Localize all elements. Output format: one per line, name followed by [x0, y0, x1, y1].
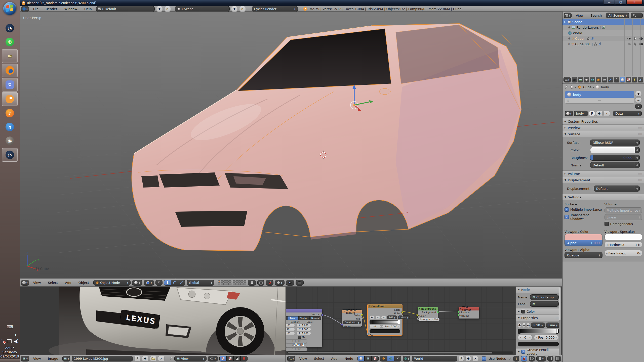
- mapping-rot-z[interactable]: Z: 0°: [286, 332, 295, 335]
- sidebar-ramp-interp[interactable]: Line: [546, 323, 560, 328]
- delete-scene-button[interactable]: ✕: [239, 6, 246, 12]
- panel-settings[interactable]: Settings: [562, 194, 644, 200]
- action-center-icon[interactable]: ⚐: [1, 339, 5, 344]
- material-add-button[interactable]: ✚: [596, 111, 602, 116]
- outliner-menu-view[interactable]: View: [573, 14, 586, 17]
- outliner-item-world[interactable]: World: [562, 30, 644, 36]
- scale-manipulator-button[interactable]: [178, 280, 185, 286]
- viewport-shading-selector[interactable]: [132, 280, 142, 286]
- tab-object-data[interactable]: [614, 77, 619, 82]
- snap-element-selector[interactable]: [275, 280, 285, 286]
- material-unlink-button[interactable]: ✕: [603, 111, 610, 116]
- node-menu-view[interactable]: View: [297, 357, 310, 360]
- render-engine-selector[interactable]: Cycles Render: [252, 6, 298, 12]
- hardness-field[interactable]: ◂Hardness:14▸: [605, 242, 642, 248]
- camera-icon[interactable]: [639, 42, 643, 46]
- ramp-stop-right[interactable]: [398, 320, 400, 324]
- menu-render[interactable]: Render: [43, 7, 60, 11]
- img-menu-view[interactable]: View: [30, 357, 44, 360]
- color-socket-dot[interactable]: [635, 147, 640, 153]
- homogeneous-checkbox[interactable]: [605, 222, 609, 226]
- mapping-normal-button[interactable]: Normal: [310, 316, 321, 320]
- opengl-render-button[interactable]: [286, 280, 294, 286]
- tray-clock[interactable]: 22:25 Saturday 09/02/2019: [0, 346, 20, 358]
- node-name-field[interactable]: ColorRamp: [530, 294, 559, 300]
- surface-shader-selector[interactable]: Diffuse BSDF: [590, 140, 640, 146]
- use-nodes-checkbox[interactable]: [482, 356, 486, 361]
- keyboard-layout-icon[interactable]: ⌨: [7, 324, 13, 329]
- pass-index-field[interactable]: ◂Pass Index:0▸: [605, 250, 642, 256]
- taskbar-steam-icon[interactable]: ◔: [2, 22, 17, 35]
- taskbar-blender-icon[interactable]: [2, 92, 18, 106]
- shader-world-button[interactable]: [387, 356, 394, 361]
- background-output-socket[interactable]: [437, 311, 439, 313]
- shader-linestyle-button[interactable]: [394, 356, 401, 361]
- world-add-button[interactable]: ✚: [465, 356, 471, 361]
- material-slot-grip[interactable]: [565, 98, 634, 103]
- node-gradient-texture[interactable]: Gradient Texture Color Fac Quadratic Vec…: [342, 309, 362, 327]
- eye-icon[interactable]: [627, 42, 631, 46]
- material-slot-list[interactable]: body: [565, 91, 634, 104]
- sidebar-ramp-add[interactable]: ✚: [518, 323, 521, 328]
- taskbar-music-icon[interactable]: ♪: [2, 107, 17, 120]
- network-icon[interactable]: [7, 339, 12, 343]
- title-bar[interactable]: Blender [F:\_random blender shit\is200.b…: [20, 0, 644, 6]
- maximize-button[interactable]: ▢: [615, 0, 626, 5]
- cursor-icon[interactable]: [634, 42, 637, 46]
- image-pivot-selector[interactable]: [208, 356, 218, 361]
- channel-alpha-button[interactable]: [226, 356, 233, 361]
- proportional-edit-button[interactable]: [257, 280, 264, 286]
- ramp-gradient-bar[interactable]: [370, 320, 400, 324]
- ramp-color-swatch[interactable]: [370, 329, 400, 333]
- screen-layout-selector[interactable]: Default: [96, 6, 155, 12]
- node-pin-icon[interactable]: [508, 357, 512, 360]
- channel-color-alpha-button[interactable]: [219, 356, 226, 361]
- tab-material[interactable]: [620, 77, 625, 82]
- sidebar-ramp-flip[interactable]: ↔: [527, 323, 530, 328]
- cursor-icon[interactable]: [634, 37, 637, 40]
- output-volume-input-socket[interactable]: [457, 314, 460, 316]
- material-fake-user-button[interactable]: F: [589, 111, 595, 116]
- manipulator-toggle[interactable]: ⇱: [155, 280, 163, 286]
- sidebar-gradient-bar[interactable]: [518, 329, 559, 333]
- panel-preview[interactable]: Preview: [562, 125, 644, 131]
- viewport-alpha-selector[interactable]: Opaque: [565, 252, 602, 258]
- outliner-item-renderlayers[interactable]: ⊕ RenderLayers|: [562, 25, 644, 30]
- taskbar-whatsapp-icon[interactable]: ✆: [2, 35, 17, 49]
- material-browse-icon[interactable]: [565, 111, 573, 116]
- breadcrumb-object[interactable]: Cube: [583, 85, 592, 89]
- editor-type-properties-icon[interactable]: [564, 77, 571, 82]
- tab-constraints[interactable]: [602, 77, 607, 82]
- material-link-selector[interactable]: Data: [613, 111, 642, 116]
- editor-type-image-icon[interactable]: [21, 356, 29, 361]
- vp-menu-select[interactable]: Select: [45, 281, 61, 285]
- sidebar-ramp-mode[interactable]: RGB: [531, 323, 545, 328]
- ramp-interp-mode[interactable]: Linear: [398, 315, 410, 319]
- scene-selector[interactable]: Scene: [175, 6, 230, 12]
- node-mapping[interactable]: Vector Texture Point Vector Normal Rotat…: [286, 309, 323, 347]
- shader-tree-type-buttons[interactable]: [357, 356, 379, 361]
- display-channel-buttons[interactable]: [219, 356, 248, 361]
- surface-color-field[interactable]: [590, 147, 640, 153]
- gradient-vector-input-socket[interactable]: [341, 324, 343, 326]
- sidebar-ramp-index[interactable]: ◂0▸: [518, 335, 533, 340]
- editor-type-3dview-icon[interactable]: [21, 280, 29, 286]
- tree-type-compositing-button[interactable]: [365, 356, 372, 361]
- surface-normal-selector[interactable]: Default: [590, 162, 640, 168]
- tab-world[interactable]: [590, 77, 595, 82]
- output-surface-input-socket[interactable]: [457, 311, 460, 313]
- outliner-menu-search[interactable]: Search: [588, 14, 605, 17]
- node-background[interactable]: Background Background Color Strength:1.0…: [417, 307, 438, 320]
- add-scene-button[interactable]: ✚: [231, 6, 238, 12]
- vp-menu-object[interactable]: Object: [76, 281, 92, 285]
- gradient-interp-selector[interactable]: Quadratic: [343, 321, 361, 324]
- new-image-button[interactable]: ✚: [142, 356, 148, 361]
- eye-icon[interactable]: [627, 37, 631, 40]
- node-menu-node[interactable]: Node: [342, 357, 356, 360]
- pin-icon[interactable]: [565, 85, 568, 89]
- manipulator-mode-buttons[interactable]: [164, 280, 185, 286]
- node-snap-button[interactable]: [521, 356, 527, 361]
- vp-menu-view[interactable]: View: [30, 281, 44, 285]
- pin-icon[interactable]: [169, 357, 173, 360]
- background-color-input-socket[interactable]: [416, 314, 419, 316]
